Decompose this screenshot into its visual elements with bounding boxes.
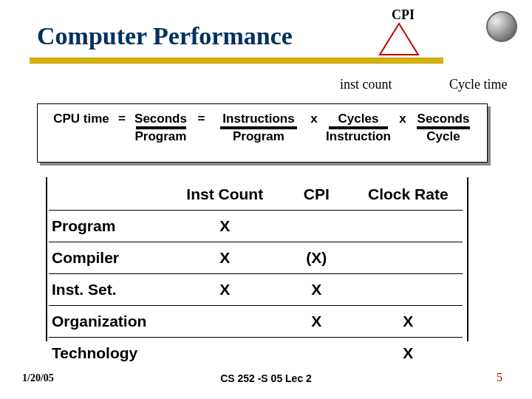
table-row: Technology X xyxy=(49,338,463,369)
cell: X xyxy=(354,306,463,338)
cell xyxy=(170,338,279,369)
triangle-icon xyxy=(377,21,421,58)
table-row: Compiler X (X) xyxy=(49,242,463,274)
eq-t4-num: Seconds xyxy=(410,112,477,126)
eq-t3-num: Cycles xyxy=(321,112,395,126)
table-row: Organization X X xyxy=(49,306,463,338)
cell xyxy=(354,211,463,242)
cell xyxy=(354,274,463,306)
cpu-time-equation: CPU time = Seconds = Instructions x Cycl… xyxy=(37,103,488,163)
cell: X xyxy=(354,338,463,369)
factors-table: Inst Count CPI Clock Rate Program X Comp… xyxy=(49,179,463,369)
cell xyxy=(354,242,463,274)
hdr-blank xyxy=(49,179,170,211)
cell: X xyxy=(170,242,279,274)
table-row: Inst. Set. X X xyxy=(49,274,463,306)
inst-count-annotation: inst count xyxy=(340,77,392,92)
cell: X xyxy=(279,274,354,306)
hdr-cpi: CPI xyxy=(279,179,354,211)
svg-marker-0 xyxy=(380,24,418,55)
cell: (X) xyxy=(279,242,354,274)
eq-t2-den: Program xyxy=(211,126,307,144)
page-number: 5 xyxy=(497,371,502,384)
table-row: Program X xyxy=(49,211,463,242)
eq-equals2: = xyxy=(192,112,211,126)
cell: X xyxy=(279,306,354,338)
cell: X xyxy=(170,211,279,242)
seal-logo-icon xyxy=(486,11,517,42)
table-header-row: Inst Count CPI Clock Rate xyxy=(49,179,463,211)
row-label: Program xyxy=(49,211,170,242)
hdr-inst-count: Inst Count xyxy=(170,179,279,211)
cell: X xyxy=(170,274,279,306)
cell xyxy=(170,306,279,338)
slide: Computer Performance CPI inst count Cycl… xyxy=(0,0,532,399)
title-underline xyxy=(30,58,443,64)
slide-title: Computer Performance xyxy=(37,22,293,50)
cell xyxy=(279,211,354,242)
eq-t2-num: Instructions xyxy=(211,112,307,126)
eq-t3-den: Instruction xyxy=(321,126,395,144)
hdr-clock-rate: Clock Rate xyxy=(354,179,463,211)
eq-times2: x xyxy=(395,112,410,126)
eq-t1-num: Seconds xyxy=(129,112,192,126)
eq-t4-den: Cycle xyxy=(410,126,477,144)
eq-times1: x xyxy=(307,112,321,126)
row-label: Inst. Set. xyxy=(49,274,170,306)
cell xyxy=(279,338,354,369)
row-label: Technology xyxy=(49,338,170,369)
eq-t1-den: Program xyxy=(129,126,192,144)
footer-center: CS 252 -S 05 Lec 2 xyxy=(0,372,532,384)
row-label: Compiler xyxy=(49,242,170,274)
row-label: Organization xyxy=(49,306,170,338)
eq-lhs: CPU time xyxy=(48,112,115,126)
eq-equals: = xyxy=(115,112,129,126)
cycle-time-annotation: Cycle time xyxy=(449,77,507,92)
